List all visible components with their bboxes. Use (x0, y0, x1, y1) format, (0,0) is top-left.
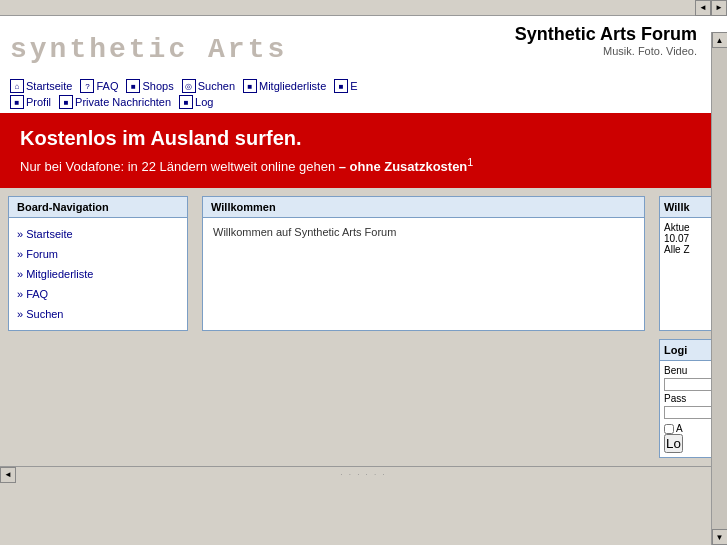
startseite-icon: ⌂ (10, 79, 24, 93)
site-title: Synthetic Arts Forum (515, 24, 697, 45)
nav-suchen[interactable]: ◎ Suchen (182, 79, 235, 93)
private-nachrichten-icon: ■ (59, 95, 73, 109)
three-col: Board-Navigation » Startseite » Forum » … (0, 188, 727, 339)
nav-shops[interactable]: ■ Shops (126, 79, 173, 93)
logo-area: synthetic Arts (10, 24, 515, 75)
nav-log[interactable]: ■ Log (179, 95, 213, 109)
nav-extra-label: E (350, 80, 357, 92)
nav-profil[interactable]: ■ Profil (10, 95, 51, 109)
nav-faq[interactable]: ? FAQ (80, 79, 118, 93)
login-header: Logi (660, 340, 718, 361)
left-spacer (8, 339, 188, 458)
nav-mitgliederliste[interactable]: ■ Mitgliederliste (243, 79, 326, 93)
nav-log-label: Log (195, 96, 213, 108)
ad-subline: Nur bei Vodafone: in 22 Ländern weltweit… (20, 156, 707, 174)
ad-subline-bold: – ohne Zusatzkosten (339, 159, 468, 174)
willk-partial-header: Willk (660, 197, 718, 218)
nav-shops-label: Shops (142, 80, 173, 92)
nav-private-nachrichten[interactable]: ■ Private Nachrichten (59, 95, 171, 109)
remember-label: A (676, 423, 683, 434)
top-scrollbar: ◄ ► (0, 0, 727, 16)
bottom-scroll-left[interactable]: ◄ (0, 467, 16, 483)
header-area: synthetic Arts Synthetic Arts Forum Musi… (0, 16, 727, 113)
nav-suchen-label: Suchen (198, 80, 235, 92)
aktuelle-label: Aktue (664, 222, 714, 233)
nav-row1: ⌂ Startseite ? FAQ ■ Shops (10, 79, 364, 93)
board-nav-startseite[interactable]: » Startseite (17, 224, 179, 244)
scroll-up-arrow[interactable]: ▲ (712, 32, 728, 48)
page-layout: synthetic Arts Synthetic Arts Forum Musi… (0, 16, 727, 545)
login-body: Benu Pass A Lo (660, 361, 718, 457)
alle-label: Alle Z (664, 244, 714, 255)
password-label: Pass (664, 393, 714, 404)
site-title-area: Synthetic Arts Forum Musik. Foto. Video. (515, 24, 717, 57)
scroll-dots: · · · · · · (340, 470, 386, 479)
board-nav-header: Board-Navigation (9, 197, 187, 218)
scroll-right-arrow[interactable]: ► (711, 0, 727, 16)
nav-rows: ⌂ Startseite ? FAQ ■ Shops (10, 79, 364, 109)
login-partial: Logi Benu Pass A Lo (659, 339, 719, 458)
ad-banner[interactable]: Kostenlos im Ausland surfen. Nur bei Vod… (0, 113, 727, 188)
nav-private-nachrichten-label: Private Nachrichten (75, 96, 171, 108)
col-willkommen: Willkommen Willkommen auf Synthetic Arts… (202, 196, 645, 331)
suchen-icon: ◎ (182, 79, 196, 93)
username-label: Benu (664, 365, 714, 376)
log-icon: ■ (179, 95, 193, 109)
profil-icon: ■ (10, 95, 24, 109)
willkommen-body: Willkommen auf Synthetic Arts Forum (203, 218, 644, 246)
page-main: synthetic Arts Synthetic Arts Forum Musi… (0, 16, 727, 545)
nav-row2: ■ Profil ■ Private Nachrichten ■ Log (10, 95, 364, 109)
willk-partial-body: Aktue 10.07 Alle Z (660, 218, 718, 259)
nav-extra[interactable]: ■ E (334, 79, 357, 93)
board-nav-mitgliederliste[interactable]: » Mitgliederliste (17, 264, 179, 284)
mitgliederliste-icon: ■ (243, 79, 257, 93)
shops-icon: ■ (126, 79, 140, 93)
bottom-scrollbar: ◄ · · · · · · ► (0, 466, 727, 482)
nav-faq-label: FAQ (96, 80, 118, 92)
board-nav-suchen[interactable]: » Suchen (17, 304, 179, 324)
scroll-down-arrow[interactable]: ▼ (712, 529, 728, 545)
outer-wrapper: ◄ ► synthetic Arts Synthetic Arts Forum … (0, 0, 727, 545)
ad-headline: Kostenlos im Ausland surfen. (20, 127, 707, 150)
scroll-track-v (712, 48, 727, 529)
col-board-nav: Board-Navigation » Startseite » Forum » … (8, 196, 188, 331)
ad-subline-pre: Nur bei Vodafone: in 22 Ländern weltweit… (20, 159, 339, 174)
faq-icon: ? (80, 79, 94, 93)
remember-checkbox[interactable] (664, 424, 674, 434)
nav-area: ⌂ Startseite ? FAQ ■ Shops (0, 75, 727, 113)
nav-mitgliederliste-label: Mitgliederliste (259, 80, 326, 92)
username-input[interactable] (664, 378, 714, 391)
login-button[interactable]: Lo (664, 434, 683, 453)
header: synthetic Arts Synthetic Arts Forum Musi… (0, 16, 727, 75)
willkommen-header: Willkommen (203, 197, 644, 218)
extra-icon: ■ (334, 79, 348, 93)
nav-startseite[interactable]: ⌂ Startseite (10, 79, 72, 93)
col-right-partial: Willk Aktue 10.07 Alle Z (659, 196, 719, 331)
site-logo: synthetic Arts (10, 24, 287, 75)
site-tagline: Musik. Foto. Video. (515, 45, 697, 57)
board-nav-faq[interactable]: » FAQ (17, 284, 179, 304)
nav-startseite-label: Startseite (26, 80, 72, 92)
right-scrollbar: ▲ ▼ (711, 32, 727, 545)
board-nav-body: » Startseite » Forum » Mitgliederliste »… (9, 218, 187, 330)
scroll-left-arrow[interactable]: ◄ (695, 0, 711, 16)
board-nav-forum[interactable]: » Forum (17, 244, 179, 264)
mid-spacer (194, 339, 653, 458)
nav-profil-label: Profil (26, 96, 51, 108)
password-input[interactable] (664, 406, 714, 419)
bottom-area: Logi Benu Pass A Lo (0, 339, 727, 466)
date-value: 10.07 (664, 233, 714, 244)
scroll-track-h: · · · · · · (16, 467, 711, 482)
ad-superscript: 1 (467, 156, 473, 168)
